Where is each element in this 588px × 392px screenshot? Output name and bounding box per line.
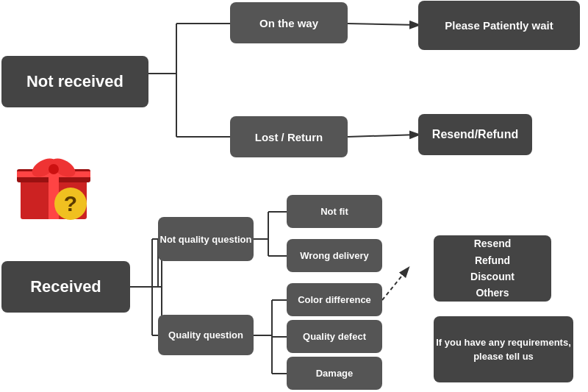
diagram: Not received On the way Please Patiently… [0,0,588,392]
solutions-node: Resend Refund Discount Others [434,235,551,302]
quality-defect-node: Quality defect [287,320,382,353]
svg-point-41 [49,164,59,174]
damage-node: Damage [287,357,382,390]
not-quality-node: Not quality question [158,217,254,261]
gift-icon: ? [13,143,94,224]
on-the-way-node: On the way [230,2,348,43]
received-node: Received [1,261,130,313]
svg-text:?: ? [64,191,77,215]
lost-return-node: Lost / Return [230,116,348,157]
please-wait-node: Please Patiently wait [418,1,580,50]
not-fit-node: Not fit [287,195,382,228]
not-received-node: Not received [1,56,148,107]
gift-svg: ? [13,143,94,224]
color-difference-node: Color difference [287,283,382,316]
wrong-delivery-node: Wrong delivery [287,239,382,272]
quality-question-node: Quality question [158,315,254,355]
resend-refund-top-node: Resend/Refund [418,114,532,155]
svg-line-34 [382,268,408,300]
svg-line-6 [348,135,418,137]
if-you-have-node: If you have any requirements, please tel… [434,316,573,382]
svg-line-3 [348,24,418,25]
